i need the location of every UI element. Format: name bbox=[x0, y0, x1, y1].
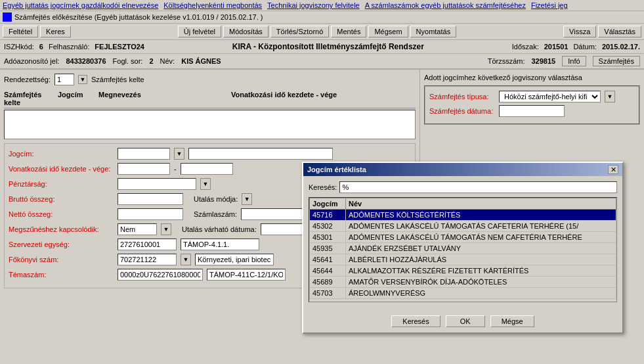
modal-row-nev: AMATŐR VERSENYBÍRÓK DÍJA-ADÓKÖTELES bbox=[346, 277, 616, 288]
iszhkod-label: ISZHkód: bbox=[4, 43, 34, 51]
biotech-input[interactable] bbox=[195, 254, 274, 265]
rendezetteseg-down-btn[interactable]: ▼ bbox=[78, 75, 87, 84]
penzartarsag-dropdown-btn[interactable]: ▼ bbox=[200, 178, 211, 190]
modal-row-jogcim: 45703 bbox=[310, 288, 346, 299]
modal-table-header-row: Jogcím Név bbox=[310, 198, 616, 210]
modal-table-row[interactable]: 45641ALBÉRLETI HOZZÁJÁRULÁS bbox=[310, 254, 616, 265]
col-szamfejtes-kelte: Számfejtés kelte bbox=[4, 91, 56, 106]
tamop-input[interactable] bbox=[181, 239, 259, 250]
modal-row-nev: ÁREOLWMNYVERÉSG bbox=[346, 288, 616, 299]
modal-row-jogcim: 45935 bbox=[310, 243, 346, 254]
modal-ok-button[interactable]: OK bbox=[446, 315, 485, 327]
modal-row-nev: ALKALMAZOTTAK RÉSZÉRE FIZETETT KÁRTÉRÍTÉ… bbox=[346, 265, 616, 277]
penzartarsag-input[interactable] bbox=[118, 178, 196, 190]
fokonyvi-dropdown-btn[interactable]: ▼ bbox=[181, 254, 191, 265]
vonatkozasi-start-input[interactable] bbox=[118, 163, 170, 175]
window-title: Számfejtés előkészítése (Egyéb juttatáso… bbox=[14, 13, 263, 21]
tamop2-input[interactable] bbox=[207, 269, 286, 281]
modal-search-row: Keresés: bbox=[309, 181, 617, 193]
szamfejtes-button[interactable]: Számfejtés bbox=[593, 56, 640, 66]
rendezetteseg-row: Rendezettség: ▼ Számfejtés kelte bbox=[4, 74, 416, 85]
torzsszam-label: Törzsszám: bbox=[488, 57, 525, 65]
szamlaszam-label: Számlaszám: bbox=[194, 210, 237, 218]
datum-label: Dátum: bbox=[573, 43, 596, 51]
modal-table-row[interactable]: 45935AJÁNDÉK ERZSÉBET UTALVÁNY bbox=[310, 243, 616, 254]
toolbar: Feltétel Keres Új felvétel Módosítás Tör… bbox=[0, 24, 644, 40]
idoszak-label: Időszak: bbox=[512, 43, 539, 51]
modal-list-container[interactable]: Jogcím Név 45716ADÓMENTES KÖLTSÉGTÉRÍTÉS… bbox=[309, 197, 617, 302]
netto-label: Nettó összeg: bbox=[9, 210, 114, 218]
fogl-sor-label: Fogl. sor: bbox=[113, 57, 143, 65]
modal-table-row[interactable]: 45689AMATŐR VERSENYBÍRÓK DÍJA-ADÓKÖTELES bbox=[310, 277, 616, 288]
fokonyvi-input[interactable] bbox=[118, 254, 177, 265]
szamfejtes-datum-input[interactable] bbox=[499, 105, 565, 117]
megsem-button[interactable]: Mégsem bbox=[368, 26, 408, 37]
valasztas-button[interactable]: Választás bbox=[598, 26, 641, 37]
menu-item-technikai[interactable]: Technikai jogviszony felvitele bbox=[267, 1, 360, 9]
modal-close-button[interactable]: ✕ bbox=[608, 165, 618, 174]
jogcim-nev-input[interactable] bbox=[188, 148, 333, 160]
felhasznalo-label: Felhasználó: bbox=[49, 43, 89, 51]
modal-row-nev: ADÓMENTES LAKÁSCÉLÚ TÁMOGATÁS CAFETERIA … bbox=[346, 221, 616, 232]
modal-table-row[interactable]: 45302ADÓMENTES LAKÁSCÉLÚ TÁMOGATÁS CAFET… bbox=[310, 221, 616, 232]
info-button[interactable]: Infó bbox=[562, 56, 586, 66]
vissza-button[interactable]: Vissza bbox=[563, 26, 596, 37]
menu-item-koltseg[interactable]: Költséghelyenkénti megbontás bbox=[163, 1, 262, 9]
modal-table-row[interactable]: 45716ADÓMENTES KÖLTSÉGTÉRÍTÉS bbox=[310, 210, 616, 221]
menu-item-fizetesi[interactable]: Fizetési jeg bbox=[531, 1, 568, 9]
nev-label: Név: bbox=[160, 57, 175, 65]
jogcim-dropdown-btn[interactable]: ▼ bbox=[174, 148, 184, 160]
feltétel-button[interactable]: Feltétel bbox=[3, 26, 38, 37]
modal-table-row[interactable]: 45703ÁREOLWMNYVERÉSG bbox=[310, 288, 616, 299]
fokonyvi-label: Főkönyvi szám: bbox=[9, 256, 114, 263]
szamfejtes-tipus-label: Számfejtés típusa: bbox=[429, 93, 495, 101]
vonatkozasi-end-input[interactable] bbox=[181, 163, 233, 175]
mentes-button[interactable]: Mentés bbox=[331, 26, 366, 37]
col-header-nev: Név bbox=[346, 198, 616, 210]
table-body bbox=[4, 110, 416, 139]
uj-felvetel-button[interactable]: Új felvétel bbox=[178, 26, 221, 37]
modal-row-nev: ALBÉRLETI HOZZÁJÁRULÁS bbox=[346, 254, 616, 265]
megszunes-dropdown-btn[interactable]: ▼ bbox=[161, 223, 171, 235]
torles-sztorno-button[interactable]: Törlés/Sztornó bbox=[270, 26, 330, 37]
jogcim-input[interactable] bbox=[118, 148, 170, 160]
szervezeti-input[interactable] bbox=[118, 239, 177, 250]
adoazonosito-value: 8433280376 bbox=[66, 57, 106, 65]
temaszam-label: Témaszám: bbox=[9, 271, 114, 279]
utalas-datum-label: Utalás várható dátuma: bbox=[182, 225, 257, 233]
modositas-button[interactable]: Módosítás bbox=[223, 26, 268, 37]
menu-item-gazdalkodoi[interactable]: Egyéb juttatás jogcímek gazdálkodói elne… bbox=[3, 1, 158, 9]
brutto-input[interactable] bbox=[118, 193, 183, 205]
modal-megsem-button[interactable]: Mégse bbox=[490, 315, 534, 327]
info-bar-2: Adóazonosító jel: 8433280376 Fogl. sor: … bbox=[0, 54, 644, 69]
modal-table-row[interactable]: 45301ADÓMENTES LAKÁSCÉLÚ TÁMOGATÁS NEM C… bbox=[310, 232, 616, 243]
modal-row-nev: AJÁNDÉK ERZSÉBET UTALVÁNY bbox=[346, 243, 616, 254]
modal-footer: Keresés OK Mégse bbox=[303, 313, 622, 332]
penzartarsag-label: Pénztárság: bbox=[9, 180, 114, 188]
modal-row-jogcim: 45302 bbox=[310, 221, 346, 232]
modal-body: Keresés: Jogcím Név 45716ADÓMENTES KÖLTS… bbox=[303, 176, 622, 313]
fogl-sor-value: 2 bbox=[149, 57, 153, 65]
menu-item-szamlaszamok[interactable]: A számlaszámok egyéb juttatások számfejt… bbox=[365, 1, 526, 9]
modal-table-row[interactable]: 45644ALKALMAZOTTAK RÉSZÉRE FIZETETT KÁRT… bbox=[310, 265, 616, 277]
szamlaszam-input[interactable] bbox=[241, 208, 307, 220]
utalas-modja-dropdown-btn[interactable]: ▼ bbox=[242, 193, 252, 205]
szamfejtes-tipus-select[interactable]: Hóközi számfejtő-helyi kifi bbox=[499, 91, 601, 102]
dash: - bbox=[174, 165, 177, 173]
app-title: KIRA - Központosított Illetményszámfejtő… bbox=[150, 42, 507, 51]
idoszak-value: 201501 bbox=[544, 43, 569, 51]
col-header-jogcim: Jogcím bbox=[310, 198, 346, 210]
megszunes-input[interactable] bbox=[118, 223, 157, 235]
temaszam-input[interactable] bbox=[118, 269, 203, 281]
modal-list-table: Jogcím Név 45716ADÓMENTES KÖLTSÉGTÉRÍTÉS… bbox=[309, 198, 616, 299]
modal-kereses-button[interactable]: Keresés bbox=[391, 315, 440, 327]
szamfejtes-tipus-btn[interactable]: ▼ bbox=[605, 91, 615, 102]
col-vonatkozasi: Vonatkozási idő kezdete - vége bbox=[231, 91, 349, 106]
rendezetteseg-input[interactable] bbox=[54, 74, 74, 85]
netto-input[interactable] bbox=[118, 208, 183, 220]
nyomtatas-button[interactable]: Nyomtatás bbox=[410, 26, 457, 37]
szamfejtes-tipus-row: Számfejtés típusa: Hóközi számfejtő-hely… bbox=[429, 91, 635, 102]
datum-value: 2015.02.17. bbox=[602, 43, 640, 51]
kereses-button[interactable]: Keres bbox=[40, 26, 71, 37]
modal-search-input[interactable] bbox=[339, 181, 617, 193]
